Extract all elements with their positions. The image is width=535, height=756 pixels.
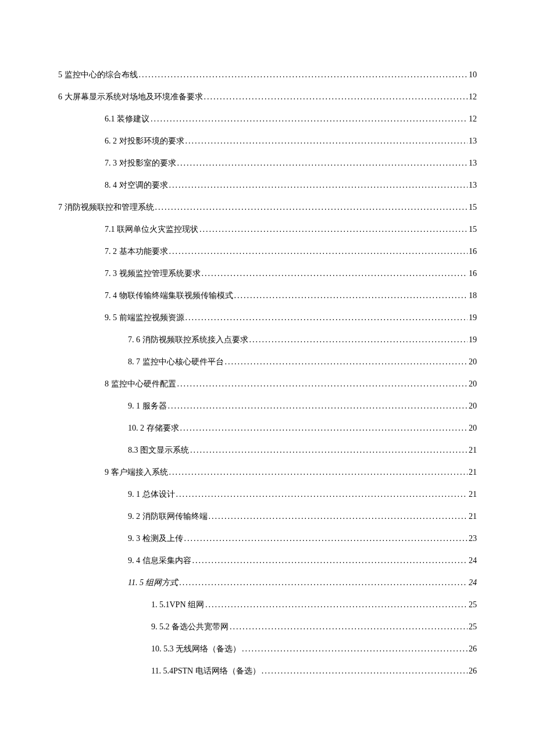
toc-dots — [180, 424, 468, 433]
toc-entry-label: 9. 5 前端监控视频资源 — [105, 313, 184, 323]
toc-entry-label: 7 消防视频联控和管理系统 — [58, 202, 154, 213]
toc-entry-label: 8 监控中心硬件配置 — [105, 379, 176, 389]
toc-entry-label: 8. 4 对空调的要求 — [105, 180, 168, 191]
toc-entry-page: 15 — [469, 225, 477, 234]
toc-entry: 6 大屏幕显示系统对场地及环境准备要求12 — [58, 92, 477, 102]
toc-entry: 7 消防视频联控和管理系统15 — [58, 202, 477, 213]
toc-entry-page: 19 — [469, 335, 477, 345]
toc-entry-page: 16 — [469, 269, 477, 278]
toc-entry-page: 13 — [469, 159, 477, 168]
toc-entry: 7. 4 物联传输终端集联视频传输模式 18 — [58, 291, 477, 301]
toc-dots — [230, 622, 468, 632]
toc-entry-label: 7. 6 消防视频联控系统接入点要求 — [128, 335, 248, 345]
toc-entry-page: 21 — [469, 446, 477, 455]
toc-entry-label: 1. 5.1VPN 组网 — [151, 600, 204, 610]
toc-dots — [176, 490, 468, 499]
toc-entry: 6.1 装修建议 12 — [58, 114, 477, 124]
toc-dots — [205, 600, 468, 610]
toc-dots — [202, 269, 468, 278]
toc-dots — [169, 468, 468, 477]
toc-dots — [179, 578, 468, 587]
toc-dots — [151, 114, 468, 124]
toc-entry: 9. 5 前端监控视频资源 19 — [58, 313, 477, 323]
toc-entry: 11. 5.4PSTN 电话网络（备选）26 — [58, 666, 477, 676]
toc-dots — [204, 92, 468, 102]
toc-dots — [186, 313, 468, 323]
toc-entry-page: 26 — [469, 644, 477, 654]
toc-entry-label: 9. 3 检测及上传 — [128, 533, 183, 544]
toc-entry-label: 9. 4 信息采集内容 — [128, 556, 191, 566]
toc-entry-page: 20 — [469, 357, 477, 367]
toc-entry: 8. 4 对空调的要求 13 — [58, 180, 477, 191]
toc-entry-label: 7. 3 对投影室的要求 — [105, 158, 176, 169]
toc-entry: 7. 6 消防视频联控系统接入点要求 19 — [58, 335, 477, 345]
toc-dots — [192, 556, 468, 565]
toc-entry-label: 9. 1 服务器 — [128, 401, 167, 411]
toc-dots — [177, 379, 468, 389]
toc-entry: 9. 1 总体设计 21 — [58, 489, 477, 500]
toc-entry: 9. 3 检测及上传 23 — [58, 533, 477, 544]
toc-entry-label: 6 大屏幕显示系统对场地及环境准备要求 — [58, 92, 203, 102]
toc-entry-page: 20 — [469, 379, 477, 389]
toc-entry-page: 15 — [469, 203, 477, 212]
toc-entry-page: 21 — [469, 490, 477, 499]
toc-entry-page: 16 — [469, 247, 477, 256]
toc-entry-page: 19 — [469, 313, 477, 323]
toc-dots — [225, 357, 468, 367]
toc-entry-label: 5 监控中心的综合布线 — [58, 70, 138, 80]
toc-entry: 8.3 图文显示系统 21 — [58, 445, 477, 456]
toc-entry-page: 13 — [469, 181, 477, 190]
toc-entry-label: 7. 3 视频监控管理系统要求 — [105, 268, 201, 279]
toc-entry: 9. 1 服务器 20 — [58, 401, 477, 411]
toc-dots — [184, 534, 468, 543]
toc-entry-label: 11. 5 组网方式 — [128, 578, 178, 588]
toc-dots — [139, 70, 468, 80]
toc-entry: 10. 2 存储要求 20 — [58, 423, 477, 433]
toc-entry-label: 9. 2 消防联网传输终端 — [128, 511, 208, 522]
toc-entry-label: 7. 2 基本功能要求 — [105, 246, 168, 257]
toc-entry-label: 9 客户端接入系统 — [105, 467, 168, 478]
toc-dots — [169, 181, 468, 190]
toc-entry-label: 9. 5.2 备选公共宽带网 — [151, 622, 229, 632]
toc-entry-label: 9. 1 总体设计 — [128, 489, 175, 500]
toc-dots — [169, 247, 468, 256]
toc-dots — [249, 335, 468, 345]
toc-entry: 1. 5.1VPN 组网25 — [58, 600, 477, 610]
toc-dots — [155, 203, 468, 212]
toc-entry: 9. 2 消防联网传输终端 21 — [58, 511, 477, 522]
toc-entry-page: 24 — [469, 556, 477, 565]
toc-entry-page: 20 — [469, 402, 477, 411]
toc-entry-page: 12 — [469, 114, 477, 124]
toc-dots — [190, 446, 468, 455]
toc-entry-page: 25 — [469, 622, 477, 632]
toc-entry: 9 客户端接入系统21 — [58, 467, 477, 478]
toc-entry-page: 21 — [469, 468, 477, 477]
toc-entry: 7. 2 基本功能要求 16 — [58, 246, 477, 257]
toc-entry: 7.1 联网单位火灾监控现状 15 — [58, 224, 477, 235]
toc-dots — [199, 225, 468, 234]
toc-dots — [234, 291, 468, 300]
toc-entry-label: 10. 2 存储要求 — [128, 423, 179, 433]
toc-entry-label: 7.1 联网单位火灾监控现状 — [105, 224, 198, 235]
toc-entry-label: 7. 4 物联传输终端集联视频传输模式 — [105, 291, 233, 301]
toc-entry-label: 6.1 装修建议 — [105, 114, 149, 124]
toc-entry-label: 11. 5.4PSTN 电话网络（备选） — [151, 666, 261, 676]
toc-entry-page: 23 — [469, 534, 477, 543]
toc-entry-label: 8. 7 监控中心核心硬件平台 — [128, 357, 224, 367]
table-of-contents: 5 监控中心的综合布线106 大屏幕显示系统对场地及环境准备要求126.1 装修… — [58, 70, 477, 676]
toc-entry: 10. 5.3 无线网络（备选）26 — [58, 644, 477, 654]
toc-entry-page: 10 — [469, 70, 477, 80]
toc-entry: 8 监控中心硬件配置20 — [58, 379, 477, 389]
toc-dots — [262, 667, 468, 676]
toc-entry: 7. 3 视频监控管理系统要求 16 — [58, 268, 477, 279]
toc-entry: 9. 4 信息采集内容 24 — [58, 556, 477, 566]
toc-entry-page: 24 — [469, 578, 477, 587]
toc-dots — [242, 644, 468, 654]
toc-dots — [168, 402, 468, 411]
toc-entry-page: 18 — [469, 291, 477, 300]
toc-entry-page: 20 — [469, 424, 477, 433]
toc-entry-page: 25 — [469, 600, 477, 610]
toc-entry-label: 6. 2 对投影环境的要求 — [105, 136, 184, 146]
toc-entry-label: 8.3 图文显示系统 — [128, 445, 189, 456]
toc-entry: 8. 7 监控中心核心硬件平台 20 — [58, 357, 477, 367]
